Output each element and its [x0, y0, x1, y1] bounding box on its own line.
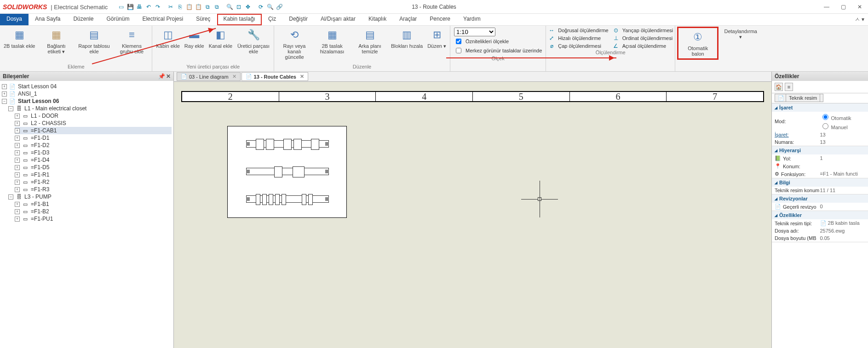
- subtab-teknik-resim[interactable]: 📄 Teknik resim: [775, 94, 823, 102]
- tree-node[interactable]: +📄Start Lesson 04: [2, 83, 172, 90]
- expand-icon[interactable]: +: [15, 114, 20, 119]
- component[interactable]: [293, 139, 302, 150]
- qat-save-icon[interactable]: 💾: [126, 3, 134, 11]
- scale-select[interactable]: 1:10: [454, 28, 495, 36]
- tree-node[interactable]: −🗄L1 - Main electrical closet: [8, 105, 172, 112]
- tree-node[interactable]: +▭=F1-B1: [15, 200, 172, 208]
- btn-ray-guncelle[interactable]: ⟲Rayı veya kanalı güncelle: [276, 27, 313, 61]
- tree-node[interactable]: +▭=F1-CAB1: [15, 127, 172, 134]
- qat-print-icon[interactable]: 🖶: [135, 3, 144, 11]
- expand-icon[interactable]: −: [8, 194, 13, 200]
- menu-item[interactable]: Kabin taslağı: [217, 14, 262, 25]
- qat-zoom-icon[interactable]: 🔍: [225, 3, 234, 11]
- close-panel-icon[interactable]: ✕: [166, 73, 171, 80]
- document-tab[interactable]: 📄03 - Line diagram✕: [177, 72, 241, 81]
- expand-icon[interactable]: +: [15, 180, 20, 185]
- menu-item[interactable]: Süreç: [190, 14, 217, 25]
- qat-refresh-icon[interactable]: ⟳: [257, 3, 265, 11]
- ribbon-collapse-button[interactable]: ㅅ ▾: [851, 14, 868, 25]
- qat-new-icon[interactable]: ▭: [117, 3, 125, 11]
- component[interactable]: [256, 139, 264, 150]
- component[interactable]: [283, 139, 292, 150]
- minimize-button[interactable]: —: [821, 4, 832, 10]
- tree-node[interactable]: −📄Start Lesson 06: [2, 97, 172, 105]
- btn-klemens-grubu[interactable]: ≡Klemens grubu ekle: [113, 27, 150, 55]
- menu-item[interactable]: Düzenle: [67, 14, 100, 25]
- qat-cut-icon[interactable]: ✂: [167, 3, 175, 11]
- expand-icon[interactable]: +: [15, 209, 20, 214]
- expand-icon[interactable]: +: [2, 91, 7, 97]
- expand-icon[interactable]: +: [2, 84, 7, 89]
- maximize-button[interactable]: ▢: [838, 4, 849, 10]
- pin-icon[interactable]: 📌: [158, 73, 165, 80]
- component[interactable]: [266, 139, 274, 150]
- expand-icon[interactable]: +: [15, 121, 20, 126]
- prop-value[interactable]: Otomatik Manuel: [820, 113, 866, 130]
- tree-node[interactable]: +📄ANSI_1: [2, 90, 172, 97]
- expand-icon[interactable]: +: [15, 136, 20, 141]
- expand-icon[interactable]: +: [15, 143, 20, 148]
- menu-file[interactable]: Dosya: [0, 14, 29, 25]
- component[interactable]: [275, 194, 280, 205]
- section-header[interactable]: Bilgi: [772, 178, 868, 187]
- component-tree[interactable]: +📄Start Lesson 04+📄ANSI_1−📄Start Lesson …: [0, 81, 173, 348]
- btn-hizali-olcu[interactable]: ⤢Hizalı ölçülendirme: [548, 34, 608, 42]
- expand-icon[interactable]: +: [15, 217, 20, 222]
- expand-icon[interactable]: +: [15, 158, 20, 163]
- close-button[interactable]: ✕: [854, 4, 865, 10]
- btn-dogrusal-olcu[interactable]: ↔Doğrusal ölçülendirme: [548, 27, 608, 34]
- menu-item[interactable]: Çiz: [262, 14, 282, 25]
- menu-item[interactable]: Değiştir: [282, 14, 314, 25]
- section-header[interactable]: Özellikler: [772, 211, 868, 219]
- btn-acisal-olcu[interactable]: ∠Açısal ölçülendirme: [612, 42, 673, 50]
- expand-icon[interactable]: +: [15, 187, 20, 192]
- btn-2b-hizalama[interactable]: ▦2B taslak hizalaması: [314, 27, 351, 55]
- btn-rapor-tablosu[interactable]: ▤Rapor tablosu ekle: [75, 27, 112, 55]
- din-rail[interactable]: [246, 168, 329, 175]
- expand-icon[interactable]: −: [8, 106, 13, 111]
- tree-node[interactable]: +▭=F1-D3: [15, 149, 172, 156]
- qat-redo-icon[interactable]: ↷: [154, 3, 162, 11]
- tree-node[interactable]: +▭=F1-R3: [15, 186, 172, 193]
- menu-item[interactable]: Al/Dışarı aktar: [314, 14, 362, 25]
- tree-node[interactable]: +▭=F1-R2: [15, 178, 172, 186]
- tree-node[interactable]: −🗄L3 - PUMP: [8, 193, 172, 200]
- tree-node[interactable]: +▭L1 - DOOR: [15, 112, 172, 120]
- btn-ray-ekle[interactable]: ▬Ray ekle: [183, 27, 206, 50]
- component[interactable]: [308, 194, 313, 205]
- component[interactable]: [302, 194, 306, 205]
- component[interactable]: [262, 194, 267, 205]
- chk-merkez[interactable]: Merkez görünür taslaklar üzerinde: [454, 46, 542, 55]
- section-header[interactable]: Revizyonlar: [772, 194, 868, 203]
- expand-icon[interactable]: +: [15, 202, 20, 207]
- expand-icon[interactable]: +: [15, 150, 20, 155]
- btn-ordinat-olcu[interactable]: ⊥Ordinat ölçülendirmesi: [612, 34, 673, 42]
- close-tab-icon[interactable]: ✕: [300, 74, 304, 80]
- btn-kanal-ekle[interactable]: ◧Kanal ekle: [207, 27, 234, 50]
- qat-pan-icon[interactable]: ✥: [244, 3, 252, 11]
- btn-duzen[interactable]: ⊞Düzen ▾: [425, 27, 448, 50]
- prop-label[interactable]: İşaret:: [775, 132, 820, 137]
- btn-otomatik-balon[interactable]: ①Otomatik balon: [679, 29, 716, 57]
- list-icon[interactable]: ≡: [785, 83, 793, 91]
- home-icon[interactable]: 🏠: [775, 83, 783, 91]
- btn-2b-taslak-ekle[interactable]: ▦2B taslak ekle: [2, 27, 37, 50]
- component[interactable]: [293, 166, 305, 177]
- tree-node[interactable]: +▭=F1-PU1: [15, 215, 172, 222]
- qat-search-icon[interactable]: 🔍: [266, 3, 274, 11]
- menu-item[interactable]: Pencere: [423, 14, 457, 25]
- expand-icon[interactable]: −: [2, 99, 7, 104]
- tree-node[interactable]: +▭=F1-R1: [15, 171, 172, 178]
- btn-yaricap-olcu[interactable]: ⊙Yarıçap ölçülendirmesi: [612, 27, 673, 34]
- btn-kabin-ekle[interactable]: ◫Kabin ekle: [154, 27, 181, 50]
- tree-node[interactable]: +▭=F1-D4: [15, 156, 172, 164]
- qat-paste2-icon[interactable]: 📋: [194, 3, 202, 11]
- btn-baglanti-etiketi[interactable]: ▦Bağlantı etiketi ▾: [38, 27, 75, 55]
- btn-uretici-parcasi[interactable]: 🔧Üretici parçası ekle: [235, 27, 272, 55]
- din-rail[interactable]: [246, 140, 329, 148]
- qat-copy-icon[interactable]: ⎘: [176, 3, 184, 11]
- menu-item[interactable]: Araçlar: [393, 14, 423, 25]
- expand-icon[interactable]: +: [15, 165, 20, 170]
- tree-node[interactable]: +▭L2 - CHASSIS: [15, 120, 172, 127]
- qat-zoomwin-icon[interactable]: ⊡: [235, 3, 243, 11]
